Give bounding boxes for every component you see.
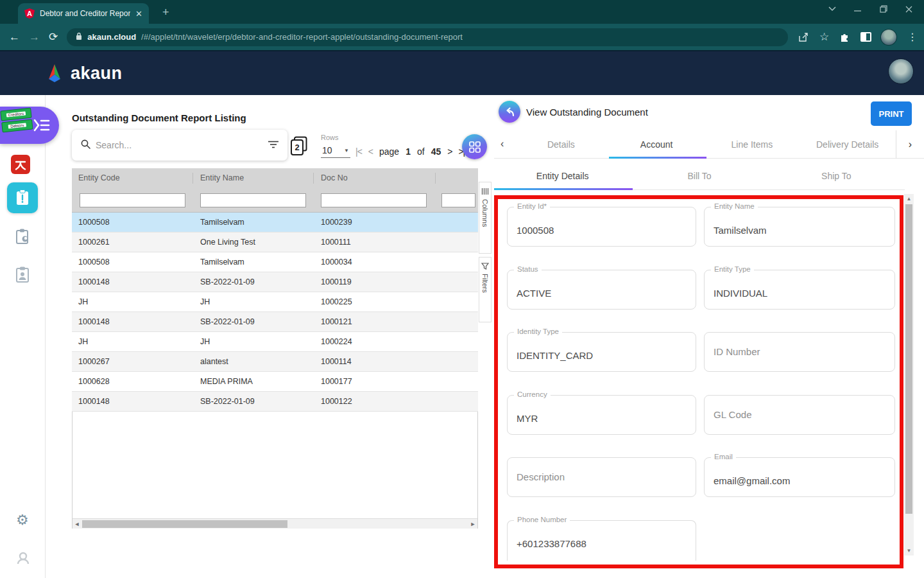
debtor-creditor-applet-icon[interactable]: Creditors Debtors xyxy=(0,108,33,134)
field-value: ACTIVE xyxy=(517,288,551,299)
maximize-icon[interactable] xyxy=(880,5,887,13)
red-applet-icon[interactable] xyxy=(11,155,30,174)
url-domain: akaun.cloud xyxy=(87,32,136,42)
grid-view-button[interactable] xyxy=(462,134,487,159)
settings-gear-icon[interactable]: ⚙ xyxy=(16,512,29,529)
field-description[interactable]: Description xyxy=(507,457,696,497)
table-row[interactable]: 1000148 SB-2022-01-09 1000122 xyxy=(72,392,478,412)
column-header-entity-name[interactable]: Entity Name xyxy=(200,173,244,182)
table-row[interactable]: 1000261 One Living Test 1000111 xyxy=(72,232,478,252)
filter-input-entity-code[interactable] xyxy=(80,193,185,207)
user-avatar[interactable] xyxy=(888,58,914,84)
side-panel-icon[interactable] xyxy=(860,32,871,42)
browser-profile-avatar[interactable] xyxy=(880,29,897,46)
bookmark-star-icon[interactable]: ☆ xyxy=(819,30,829,44)
tab-close-icon[interactable]: ✕ xyxy=(135,9,142,19)
subtab-bill-to[interactable]: Bill To xyxy=(631,162,767,189)
scroll-right-icon[interactable]: ► xyxy=(468,521,477,527)
print-button[interactable]: PRINT xyxy=(871,101,912,126)
page-current: 1 xyxy=(406,146,411,157)
next-page-button[interactable]: > xyxy=(447,146,452,157)
subtab-entity-details[interactable]: Entity Details xyxy=(494,162,631,189)
new-tab-button[interactable]: + xyxy=(162,6,169,18)
filter-input-entity-name[interactable] xyxy=(200,193,306,207)
expand-menu-icon xyxy=(33,118,50,133)
url-bar[interactable]: akaun.cloud /#/applet/tnt/wavelet/erp/de… xyxy=(67,28,788,46)
field-label: Entity Id* xyxy=(514,202,550,210)
table-row[interactable]: 1000508 Tamilselvam 1000034 xyxy=(72,252,478,272)
extensions-puzzle-icon[interactable] xyxy=(839,31,850,42)
tab-line-items[interactable]: Line Items xyxy=(705,130,800,159)
table-row[interactable]: JH JH 1000225 xyxy=(72,292,478,312)
debtors-book-label: Debtors xyxy=(8,123,26,129)
field-currency[interactable]: Currency MYR xyxy=(507,395,696,435)
table-row[interactable]: 1000267 alantest 1000114 xyxy=(72,352,478,372)
field-label: Entity Name xyxy=(711,202,758,210)
akaun-logo-icon xyxy=(44,64,65,83)
table-row[interactable]: 1000628 MEDIA PRIMA 1000177 xyxy=(72,372,478,392)
chevron-down-icon[interactable] xyxy=(828,6,836,12)
share-icon[interactable] xyxy=(798,32,809,42)
field-id-number[interactable]: ID Number xyxy=(704,332,895,372)
table-row[interactable]: JH JH 1000224 xyxy=(72,332,478,352)
back-icon[interactable]: ← xyxy=(9,31,20,44)
of-word: of xyxy=(417,146,425,157)
forward-icon[interactable]: → xyxy=(29,31,40,44)
field-entity-type[interactable]: Entity Type INDIVIDUAL xyxy=(704,270,895,310)
filters-panel-tab[interactable]: Filters xyxy=(479,257,492,322)
tab-account[interactable]: Account xyxy=(609,130,705,159)
field-identity-type[interactable]: Identity Type IDENTITY_CARD xyxy=(507,332,696,372)
rows-per-page-select[interactable]: 10 ▼ xyxy=(321,145,350,158)
filter-input-doc-no[interactable] xyxy=(321,193,427,207)
field-placeholder: GL Code xyxy=(714,409,751,420)
first-page-button[interactable]: |< xyxy=(355,146,362,157)
filter-list-icon[interactable] xyxy=(268,139,278,151)
browser-titlebar: A Debtor and Creditor Report ✕ + xyxy=(0,0,924,24)
person-clipboard-icon[interactable] xyxy=(15,266,31,285)
column-header-doc-no[interactable]: Doc No xyxy=(321,173,348,182)
subtab-ship-to[interactable]: Ship To xyxy=(768,162,905,189)
clipboard-applet-button[interactable] xyxy=(7,182,38,213)
prev-page-button[interactable]: < xyxy=(368,146,373,157)
tabs-next-button[interactable]: › xyxy=(896,130,924,159)
tabs-prev-icon[interactable]: ‹ xyxy=(501,138,504,150)
grid-icon xyxy=(469,141,481,153)
filters-tab-label: Filters xyxy=(481,274,489,293)
field-value: MYR xyxy=(517,413,538,424)
field-status[interactable]: Status ACTIVE xyxy=(507,270,696,310)
horizontal-scrollbar[interactable]: ◄ ► xyxy=(73,518,477,529)
scroll-up-icon[interactable]: ▲ xyxy=(904,196,914,202)
duplicate-pages-icon[interactable]: 2 xyxy=(290,136,308,159)
reload-icon[interactable]: ⟳ xyxy=(49,30,58,44)
columns-panel-tab[interactable]: Columns xyxy=(479,182,492,254)
field-entity-name[interactable]: Entity Name Tamilselvam xyxy=(704,207,895,247)
clipboard-icon xyxy=(15,189,30,206)
back-button[interactable] xyxy=(499,101,520,123)
vertical-scrollbar[interactable]: ▲ ▼ xyxy=(904,194,914,556)
akaun-logo[interactable]: akaun xyxy=(44,64,123,83)
column-header-entity-code[interactable]: Entity Code xyxy=(78,173,120,182)
search-input[interactable] xyxy=(96,140,263,150)
vertical-scroll-thumb[interactable] xyxy=(905,204,912,514)
field-gl-code[interactable]: GL Code xyxy=(704,395,895,435)
close-icon[interactable] xyxy=(905,6,912,13)
app-header: akaun xyxy=(0,51,924,95)
field-email[interactable]: Email email@gmail.com xyxy=(704,457,895,497)
tab-delivery-details[interactable]: Delivery Details xyxy=(800,130,895,159)
field-entity-id[interactable]: Entity Id* 1000508 xyxy=(507,207,696,247)
kebab-menu-icon[interactable]: ⋮ xyxy=(907,31,918,43)
scroll-left-icon[interactable]: ◄ xyxy=(73,521,81,527)
minimize-icon[interactable] xyxy=(854,6,862,12)
tab-details[interactable]: Details xyxy=(513,130,609,159)
horizontal-scroll-thumb[interactable] xyxy=(82,520,287,528)
table-row[interactable]: 1000508 Tamilselvam 1000239 xyxy=(72,213,478,232)
columns-icon xyxy=(481,188,489,195)
table-row[interactable]: 1000148 SB-2022-01-09 1000121 xyxy=(72,312,478,332)
browser-tab[interactable]: A Debtor and Creditor Report ✕ xyxy=(18,3,149,24)
account-person-icon[interactable] xyxy=(15,550,31,568)
table-row[interactable]: 1000148 SB-2022-01-09 1000119 xyxy=(72,272,478,292)
filter-input-col4[interactable] xyxy=(441,193,475,207)
field-phone-number[interactable]: Phone Number +601233877688 xyxy=(507,520,696,561)
clipboard-report-icon[interactable] xyxy=(15,228,31,247)
scroll-down-icon[interactable]: ▼ xyxy=(904,548,914,554)
